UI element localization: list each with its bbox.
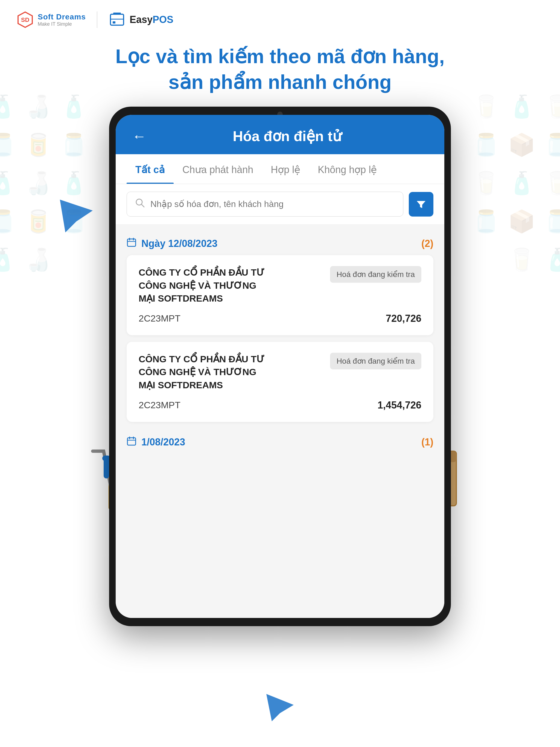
- invoice-amount-1: 720,726: [386, 313, 422, 324]
- tablet-device: ← Hóa đơn điện tử Tất cả Chưa phát hành …: [109, 107, 451, 626]
- calendar-icon-1: [127, 237, 136, 250]
- filter-icon: [415, 198, 427, 210]
- filter-button[interactable]: [409, 192, 433, 216]
- softdreams-tagline: Make IT Simple: [38, 21, 86, 27]
- company-name-2: CÔNG TY CỔ PHẦN ĐẦU TƯ CÔNG NGHỆ VÀ THƯƠ…: [138, 353, 264, 392]
- invoice-code-2: 2C23MPT: [138, 400, 180, 410]
- date-section-1-header: Ngày 12/08/2023 (2): [127, 230, 433, 255]
- invoice-amount-2: 1,454,726: [378, 400, 422, 411]
- svg-rect-26: [127, 239, 136, 247]
- easypos-icon: [108, 11, 126, 28]
- tablet-screen: ← Hóa đơn điện tử Tất cả Chưa phát hành …: [116, 115, 444, 618]
- logo-softdreams: SD Soft Dreams Make IT Simple: [17, 11, 86, 28]
- header: SD Soft Dreams Make IT Simple EasyPOS: [17, 11, 173, 28]
- search-row: [116, 184, 444, 224]
- svg-rect-2: [110, 14, 124, 25]
- headline-text: Lọc và tìm kiếm theo mã đơn hàng, sản ph…: [0, 44, 560, 95]
- date-label-2: 1/08/2023: [142, 436, 185, 448]
- svg-rect-30: [127, 438, 136, 445]
- svg-marker-6: [60, 200, 93, 232]
- easypos-text: EasyPOS: [130, 14, 173, 25]
- headline-section: Lọc và tìm kiếm theo mã đơn hàng, sản ph…: [0, 44, 560, 95]
- logo-divider: [97, 11, 97, 28]
- tab-unpublished[interactable]: Chưa phát hành: [174, 154, 262, 184]
- tab-valid[interactable]: Hợp lệ: [262, 154, 309, 184]
- svg-rect-3: [113, 12, 121, 15]
- tab-all[interactable]: Tất cả: [127, 154, 174, 184]
- softdreams-icon: SD: [17, 11, 34, 28]
- search-input[interactable]: [150, 199, 395, 209]
- flag-decoration-bottom: [263, 691, 297, 725]
- svg-text:SD: SD: [21, 17, 29, 23]
- search-icon: [135, 198, 145, 210]
- svg-marker-34: [266, 694, 294, 721]
- svg-line-25: [142, 204, 144, 207]
- app-title: Hóa đơn điện tử: [146, 128, 428, 145]
- status-badge-2: Hoá đơn đang kiểm tra: [330, 353, 422, 369]
- invoice-card-1[interactable]: CÔNG TY CỔ PHẦN ĐẦU TƯ CÔNG NGHỆ VÀ THƯƠ…: [127, 255, 433, 335]
- tabs-bar: Tất cả Chưa phát hành Hợp lệ Không hợp l…: [116, 154, 444, 184]
- date-label-1: Ngày 12/08/2023: [142, 238, 218, 249]
- date-section-2-header: 1/08/2023 (1): [127, 429, 433, 454]
- logo-easypos: EasyPOS: [108, 11, 173, 28]
- search-input-wrapper[interactable]: [127, 192, 403, 216]
- content-area[interactable]: Ngày 12/08/2023 (2) CÔNG TY CỔ PHẦN ĐẦU …: [116, 224, 444, 618]
- date-count-1: (2): [422, 238, 433, 249]
- back-button[interactable]: ←: [132, 129, 146, 143]
- invoice-card-2[interactable]: CÔNG TY CỔ PHẦN ĐẦU TƯ CÔNG NGHỆ VÀ THƯƠ…: [127, 342, 433, 422]
- svg-rect-5: [113, 21, 116, 24]
- calendar-icon-2: [127, 436, 136, 448]
- softdreams-brand: Soft Dreams: [38, 12, 86, 21]
- app-header: ← Hóa đơn điện tử: [116, 115, 444, 154]
- date-count-2: (1): [422, 436, 433, 448]
- invoice-code-1: 2C23MPT: [138, 313, 180, 324]
- company-name-1: CÔNG TY CỔ PHẦN ĐẦU TƯ CÔNG NGHỆ VÀ THƯƠ…: [138, 266, 264, 305]
- tablet-outer-frame: ← Hóa đơn điện tử Tất cả Chưa phát hành …: [109, 107, 451, 626]
- flag-decoration-left: [54, 194, 98, 239]
- tab-invalid[interactable]: Không hợp lệ: [309, 154, 385, 184]
- status-badge-1: Hoá đơn đang kiểm tra: [330, 266, 422, 283]
